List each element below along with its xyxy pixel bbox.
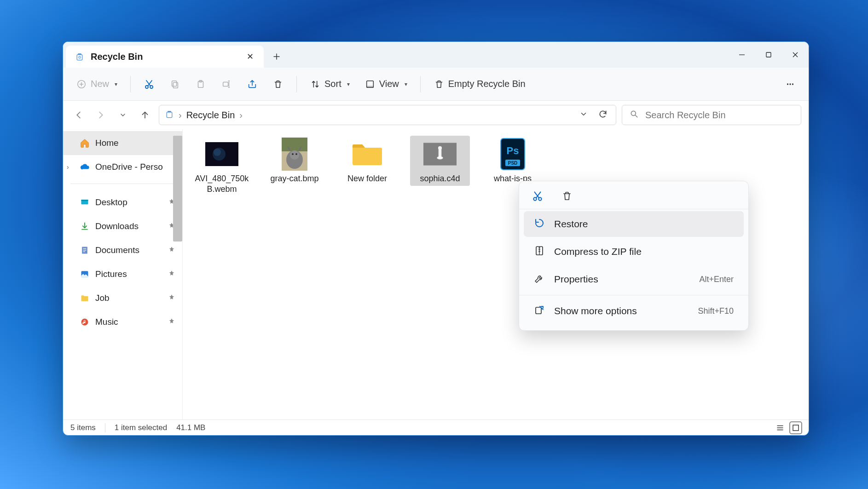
status-selected: 1 item selected (115, 423, 167, 432)
file-item-c4d[interactable]: sophia.c4d (410, 136, 470, 186)
close-button[interactable] (782, 42, 809, 68)
sidebar-item-pictures[interactable]: Pictures (63, 262, 182, 286)
scrollbar-thumb[interactable] (173, 136, 182, 242)
show-more-icon (534, 305, 545, 318)
plus-circle-icon (76, 79, 87, 90)
search-box[interactable] (622, 105, 801, 125)
icons-view-button[interactable] (790, 422, 801, 433)
svg-point-35 (295, 153, 297, 155)
path-dropdown-icon[interactable] (576, 110, 591, 121)
sidebar-item-label: OneDrive - Perso (95, 162, 163, 172)
svg-point-14 (787, 83, 788, 85)
chevron-down-icon: ▾ (347, 81, 350, 87)
history-button[interactable] (115, 107, 131, 123)
context-menu-label: Compress to ZIP file (554, 246, 642, 257)
svg-rect-22 (83, 248, 87, 249)
delete-button[interactable] (561, 190, 573, 202)
svg-rect-8 (172, 81, 177, 86)
cut-button[interactable] (531, 190, 544, 202)
content-area: AVI_480_750kB.webm gray-cat.bmp New fold… (183, 129, 809, 420)
ellipsis-icon (785, 79, 796, 90)
rename-button[interactable] (215, 75, 237, 93)
clipboard-icon (195, 79, 206, 90)
close-tab-icon[interactable]: ✕ (244, 49, 256, 64)
view-icon (365, 79, 376, 90)
file-item-image[interactable]: gray-cat.bmp (265, 136, 324, 186)
new-button[interactable]: New ▾ (70, 75, 123, 93)
sort-button[interactable]: Sort ▾ (304, 75, 355, 93)
file-item-psd[interactable]: PsPSD what-is-ps (483, 136, 543, 186)
music-icon (80, 317, 90, 327)
cloud-icon (80, 162, 90, 172)
pin-icon (168, 270, 175, 278)
share-icon (247, 79, 258, 90)
empty-label: Empty Recycle Bin (448, 79, 526, 89)
file-explorer-window: Recycle Bin ✕ New ▾ (63, 41, 809, 436)
svg-point-39 (438, 146, 442, 150)
svg-point-29 (214, 149, 221, 156)
minimize-button[interactable] (729, 42, 755, 68)
pin-icon (168, 246, 175, 254)
context-menu-iconrow (519, 186, 748, 209)
c4d-thumbnail (423, 138, 457, 171)
sidebar-item-documents[interactable]: Documents (63, 238, 182, 262)
up-button[interactable] (137, 107, 153, 123)
file-item-video[interactable]: AVI_480_750kB.webm (192, 136, 252, 196)
sidebar-item-onedrive[interactable]: › OneDrive - Perso (63, 155, 182, 179)
maximize-button[interactable] (755, 42, 782, 68)
folder-icon (351, 138, 384, 171)
delete-button[interactable] (267, 75, 289, 93)
view-button[interactable]: View ▾ (359, 75, 413, 93)
zip-icon (534, 245, 545, 259)
refresh-button[interactable] (596, 109, 610, 121)
sidebar-item-job[interactable]: Job (63, 286, 182, 310)
context-menu-restore[interactable]: Restore (524, 211, 744, 237)
sidebar-item-label: Documents (95, 245, 139, 255)
sidebar-item-label: Job (95, 293, 110, 303)
svg-point-16 (792, 83, 793, 85)
pictures-icon (80, 269, 90, 279)
svg-rect-7 (173, 82, 178, 88)
back-button[interactable] (70, 107, 87, 123)
details-view-button[interactable] (775, 422, 786, 433)
svg-rect-0 (77, 55, 82, 60)
breadcrumb-item[interactable]: Recycle Bin (186, 110, 235, 121)
empty-recycle-bin-button[interactable]: Empty Recycle Bin (428, 75, 531, 93)
tab-recycle-bin[interactable]: Recycle Bin ✕ (66, 46, 264, 68)
file-item-folder[interactable]: New folder (337, 136, 397, 186)
image-thumbnail (278, 138, 311, 171)
more-button[interactable] (779, 75, 801, 93)
sidebar-item-desktop[interactable]: Desktop (63, 190, 182, 214)
sidebar-item-home[interactable]: Home (63, 131, 182, 155)
sidebar-divider (70, 184, 175, 184)
body: Home › OneDrive - Perso Desktop (63, 129, 809, 420)
context-menu-properties[interactable]: Properties Alt+Enter (524, 266, 744, 292)
svg-point-18 (631, 111, 636, 115)
sidebar-item-downloads[interactable]: Downloads (63, 214, 182, 238)
svg-point-34 (292, 153, 294, 155)
rename-icon (221, 79, 232, 90)
share-button[interactable] (241, 75, 263, 93)
paste-button[interactable] (190, 75, 212, 93)
file-label: AVI_480_750kB.webm (194, 173, 250, 194)
toolbar-divider (130, 76, 131, 92)
toolbar-divider (296, 76, 297, 92)
svg-rect-24 (83, 252, 85, 252)
search-input[interactable] (645, 110, 793, 121)
scissors-icon (144, 79, 155, 90)
toolbar-divider (420, 76, 421, 92)
sort-icon (310, 79, 321, 90)
new-tab-button[interactable] (264, 46, 289, 68)
sidebar: Home › OneDrive - Perso Desktop (63, 129, 183, 420)
sidebar-item-music[interactable]: Music (63, 310, 182, 334)
context-menu: Restore Compress to ZIP file Properties … (519, 181, 749, 331)
context-menu-show-more[interactable]: Show more options Shift+F10 (524, 298, 744, 324)
forward-button[interactable] (93, 107, 109, 123)
breadcrumb[interactable]: › Recycle Bin › (159, 105, 616, 125)
context-menu-compress[interactable]: Compress to ZIP file (524, 239, 744, 265)
copy-button[interactable] (164, 75, 186, 93)
file-label: sophia.c4d (420, 173, 460, 184)
cut-button[interactable] (138, 75, 160, 93)
status-count: 5 items (70, 423, 96, 432)
titlebar: Recycle Bin ✕ (63, 42, 809, 68)
